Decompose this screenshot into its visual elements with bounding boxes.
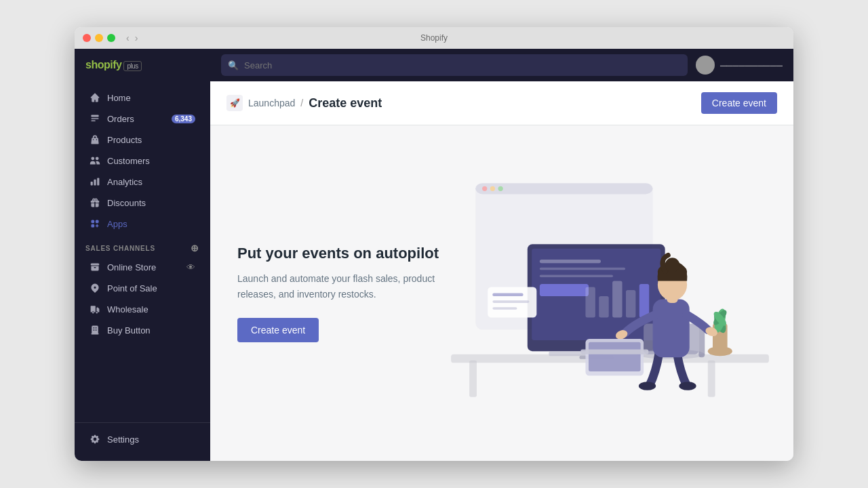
sidebar-item-discounts-label: Discounts — [107, 198, 146, 208]
svg-rect-46 — [492, 307, 517, 310]
apps-icon — [90, 218, 100, 229]
svg-rect-13 — [540, 268, 625, 270]
sidebar-item-customers[interactable]: Customers — [79, 150, 206, 171]
launchpad-icon: 🚀 — [226, 95, 243, 111]
window-title: Shopify — [420, 33, 448, 43]
svg-rect-17 — [599, 296, 608, 318]
breadcrumb-parent[interactable]: Launchpad — [248, 98, 295, 108]
content-header: 🚀 Launchpad / Create event Create event — [210, 81, 793, 125]
store-icon — [90, 262, 100, 272]
search-bar[interactable]: 🔍 — [221, 54, 688, 76]
svg-rect-6 — [469, 361, 477, 397]
sidebar-item-orders[interactable]: Orders 6,343 — [79, 108, 206, 129]
sidebar-item-buy-button[interactable]: Buy Button — [79, 320, 206, 340]
svg-rect-14 — [540, 274, 613, 277]
settings-icon — [90, 434, 100, 445]
hero-section: Put your events on autopilot Launch and … — [210, 125, 793, 461]
main-layout: Home Orders 6,343 Products — [75, 81, 793, 461]
sidebar-item-products[interactable]: Products — [79, 129, 206, 150]
analytics-icon — [90, 176, 100, 187]
svg-rect-41 — [589, 342, 641, 371]
create-event-header-button[interactable]: Create event — [701, 92, 777, 114]
sidebar-item-online-store[interactable]: Online Store 👁 — [79, 257, 206, 277]
sales-channels-title: SALES CHANNELS ⊕ — [75, 235, 210, 256]
svg-rect-12 — [540, 260, 601, 263]
app-window: ‹ › Shopify shopifyplus 🔍 ────────── — [75, 27, 793, 461]
svg-rect-44 — [492, 293, 523, 297]
titlebar: ‹ › Shopify — [75, 27, 793, 49]
svg-rect-20 — [639, 284, 649, 318]
wholesale-icon — [90, 304, 100, 314]
sidebar-nav: Home Orders 6,343 Products — [75, 87, 210, 417]
sidebar-item-orders-label: Orders — [107, 114, 134, 124]
discounts-icon — [90, 197, 100, 208]
sidebar-item-buy-button-label: Buy Button — [107, 325, 151, 336]
maximize-button[interactable] — [107, 34, 115, 42]
buy-button-icon — [90, 325, 100, 336]
sidebar-item-apps-label: Apps — [107, 219, 127, 229]
hero-create-button[interactable]: Create event — [237, 318, 319, 342]
sidebar-item-settings[interactable]: Settings — [79, 429, 206, 449]
avatar[interactable] — [696, 56, 715, 75]
svg-rect-42 — [580, 349, 648, 354]
breadcrumb-separator: / — [300, 98, 303, 108]
pos-icon — [90, 283, 100, 293]
breadcrumb: 🚀 Launchpad / Create event — [226, 95, 382, 111]
svg-point-31 — [639, 382, 656, 390]
orders-icon — [90, 113, 100, 124]
sidebar-item-settings-label: Settings — [107, 434, 139, 445]
topbar: shopifyplus 🔍 ────────── — [75, 49, 793, 81]
hero-subtitle: Launch and automate your flash sales, pr… — [237, 271, 454, 302]
back-arrow[interactable]: ‹ — [126, 33, 130, 43]
hero-title: Put your events on autopilot — [237, 244, 454, 264]
minimize-button[interactable] — [95, 34, 103, 42]
svg-point-2 — [482, 186, 487, 191]
sidebar-item-analytics-label: Analytics — [107, 177, 142, 187]
hero-illustration — [414, 125, 793, 461]
svg-rect-7 — [708, 361, 715, 397]
nav-arrows: ‹ › — [126, 33, 138, 43]
products-icon — [90, 134, 100, 145]
sidebar-item-wholesale-label: Wholesale — [107, 304, 149, 314]
sidebar-item-apps[interactable]: Apps — [79, 214, 206, 234]
sidebar: Home Orders 6,343 Products — [75, 81, 210, 461]
window-controls — [83, 34, 115, 42]
eye-icon[interactable]: 👁 — [186, 262, 195, 272]
sidebar-item-customers-label: Customers — [107, 156, 150, 166]
sidebar-item-home-label: Home — [107, 93, 131, 103]
search-icon: 🔍 — [228, 60, 239, 70]
svg-rect-19 — [626, 290, 635, 318]
forward-arrow[interactable]: › — [135, 33, 138, 43]
svg-rect-16 — [585, 287, 595, 317]
customers-icon — [90, 155, 100, 166]
svg-point-3 — [490, 186, 495, 191]
user-name: ────────── — [720, 60, 783, 70]
svg-point-39 — [665, 258, 680, 272]
sidebar-item-pos[interactable]: Point of Sale — [79, 278, 206, 298]
search-input[interactable] — [244, 60, 681, 70]
breadcrumb-current: Create event — [309, 96, 382, 110]
svg-rect-33 — [653, 300, 690, 358]
sidebar-item-analytics[interactable]: Analytics — [79, 171, 206, 192]
topbar-right: ────────── — [696, 56, 783, 75]
content-area: 🚀 Launchpad / Create event Create event … — [210, 81, 793, 461]
orders-badge: 6,343 — [172, 115, 195, 123]
svg-point-4 — [498, 186, 503, 191]
sidebar-item-home[interactable]: Home — [79, 87, 206, 108]
sidebar-item-pos-label: Point of Sale — [107, 283, 157, 293]
svg-rect-15 — [540, 284, 589, 296]
sidebar-item-discounts[interactable]: Discounts — [79, 192, 206, 213]
add-channel-button[interactable]: ⊕ — [191, 243, 199, 253]
sidebar-bottom: Settings — [75, 422, 210, 455]
hero-text: Put your events on autopilot Launch and … — [237, 244, 454, 342]
sidebar-item-products-label: Products — [107, 135, 142, 145]
svg-point-32 — [679, 382, 696, 390]
svg-rect-45 — [492, 300, 529, 303]
home-icon — [90, 92, 100, 103]
sidebar-item-online-store-label: Online Store — [107, 262, 156, 272]
shopify-logo: shopifyplus — [85, 59, 142, 71]
svg-rect-18 — [612, 281, 622, 317]
sidebar-item-wholesale[interactable]: Wholesale — [79, 299, 206, 319]
close-button[interactable] — [83, 34, 91, 42]
